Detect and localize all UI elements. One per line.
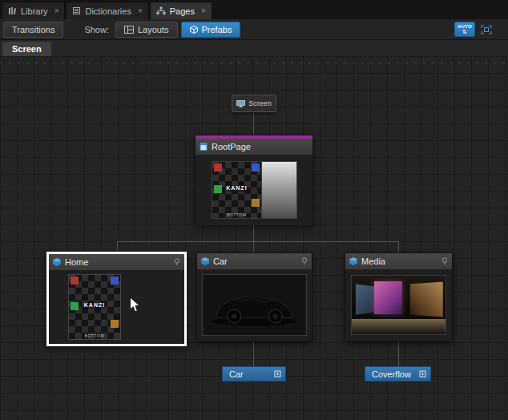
state-button-car[interactable]: Car xyxy=(222,366,286,382)
fit-to-view-button[interactable] xyxy=(478,22,495,37)
tab-label: Library xyxy=(21,6,48,16)
tab-screen-view[interactable]: Screen xyxy=(2,42,51,56)
transitions-button[interactable]: Transitions xyxy=(3,22,63,38)
orange-marker xyxy=(111,320,119,328)
kanzi-brand-label: KANZI xyxy=(212,185,262,191)
panel-tab-bar: Library × Dictionaries × Pages × xyxy=(0,0,508,19)
coverflow-thumbnail xyxy=(351,275,446,335)
prefab-icon xyxy=(349,257,357,265)
tab-label: Dictionaries xyxy=(85,6,131,16)
state-button-label: Coverflow xyxy=(372,370,411,379)
red-marker xyxy=(71,277,79,285)
prefab-icon xyxy=(53,258,61,266)
page-icon xyxy=(200,143,208,151)
tab-dictionaries[interactable]: Dictionaries × xyxy=(66,2,148,19)
layouts-toggle[interactable]: Layouts xyxy=(115,22,178,38)
gradient-preview xyxy=(262,162,296,218)
prefabs-icon xyxy=(190,26,198,34)
close-icon[interactable]: × xyxy=(54,6,59,15)
bottom-label: BOTTOM xyxy=(69,333,120,338)
node-rootpage[interactable]: RootPage KANZI BOTTOM xyxy=(195,135,313,225)
orange-marker xyxy=(252,199,260,207)
red-marker xyxy=(214,164,222,172)
media-title: Media xyxy=(361,256,437,266)
close-icon[interactable]: × xyxy=(138,6,143,15)
view-tab-row: Screen xyxy=(0,40,508,56)
car-preview xyxy=(197,269,312,341)
home-preview: KANZI BOTTOM xyxy=(49,270,184,344)
mouse-cursor-icon xyxy=(129,297,141,313)
kanzi-brand-label: KANZI xyxy=(69,302,120,308)
state-manager-icon xyxy=(274,370,281,378)
auto-arrange-button[interactable]: AUTO ⇅ xyxy=(454,22,475,37)
checker-pattern-thumbnail: KANZI BOTTOM xyxy=(68,274,121,340)
prefabs-toggle[interactable]: Prefabs xyxy=(181,22,241,38)
connector-branch-car xyxy=(253,242,254,252)
media-preview xyxy=(345,269,452,341)
blue-marker xyxy=(111,277,119,285)
state-button-label: Car xyxy=(229,370,244,379)
connector-branch-horizontal xyxy=(117,241,399,242)
coverflow-right-image xyxy=(410,281,443,317)
rootpage-preview: KANZI BOTTOM xyxy=(196,155,312,225)
pin-icon[interactable] xyxy=(301,257,308,265)
checker-pattern-thumbnail: KANZI BOTTOM xyxy=(212,162,263,218)
monitor-icon xyxy=(236,100,245,107)
layouts-label: Layouts xyxy=(138,25,169,34)
screen-node-label: Screen xyxy=(248,99,272,107)
connector-rootpage-branch xyxy=(253,225,254,242)
tab-pages[interactable]: Pages × xyxy=(150,2,212,19)
connector-car-statebutton xyxy=(253,341,254,366)
node-home[interactable]: Home KANZI BOTTOM xyxy=(46,252,187,346)
close-icon[interactable]: × xyxy=(201,6,206,15)
library-icon xyxy=(8,6,17,15)
rootpage-header: RootPage xyxy=(196,139,312,155)
show-label: Show: xyxy=(84,25,109,34)
car-thumbnail xyxy=(202,274,307,336)
pin-icon[interactable] xyxy=(174,258,180,266)
pin-icon[interactable] xyxy=(441,257,448,265)
node-screen[interactable]: Screen xyxy=(232,95,276,112)
home-title: Home xyxy=(65,257,170,267)
blue-marker xyxy=(252,164,260,172)
car-header: Car xyxy=(197,253,312,269)
page-graph-canvas[interactable]: Screen RootPage KANZI B xyxy=(0,56,508,420)
coverflow-center-image xyxy=(374,281,402,314)
media-header: Media xyxy=(345,253,452,269)
guide-dashed-line xyxy=(0,63,508,63)
sort-arrows-icon: ⇅ xyxy=(462,29,467,34)
pages-icon xyxy=(156,6,166,15)
connector-screen-rootpage xyxy=(253,112,254,135)
coverflow-floor xyxy=(352,319,446,334)
home-header: Home xyxy=(49,254,184,270)
prefab-icon xyxy=(201,257,209,265)
rootpage-title: RootPage xyxy=(212,142,308,151)
state-button-coverflow[interactable]: Coverflow xyxy=(365,366,431,382)
rootpage-thumbnail: KANZI BOTTOM xyxy=(212,161,297,219)
fit-to-view-icon xyxy=(481,25,492,34)
coverflow-left-image xyxy=(356,284,375,314)
tab-label: Pages xyxy=(170,6,195,16)
state-manager-icon xyxy=(419,370,426,378)
transitions-label: Transitions xyxy=(12,25,54,34)
kanzi-pages-panel: Library × Dictionaries × Pages × Transit… xyxy=(0,0,508,420)
node-car[interactable]: Car xyxy=(196,252,312,341)
car-title: Car xyxy=(213,256,297,266)
bottom-label: BOTTOM xyxy=(212,212,262,217)
connector-branch-home xyxy=(117,242,118,252)
tab-library[interactable]: Library × xyxy=(2,2,65,19)
node-media[interactable]: Media xyxy=(345,252,453,341)
pages-toolbar: Transitions Show: Layouts Prefabs AUTO ⇅ xyxy=(0,19,508,40)
prefabs-label: Prefabs xyxy=(202,25,232,34)
dictionaries-icon xyxy=(72,6,81,15)
connector-branch-media xyxy=(398,242,399,252)
connector-media-statebutton xyxy=(398,341,399,366)
layouts-icon xyxy=(124,26,134,34)
